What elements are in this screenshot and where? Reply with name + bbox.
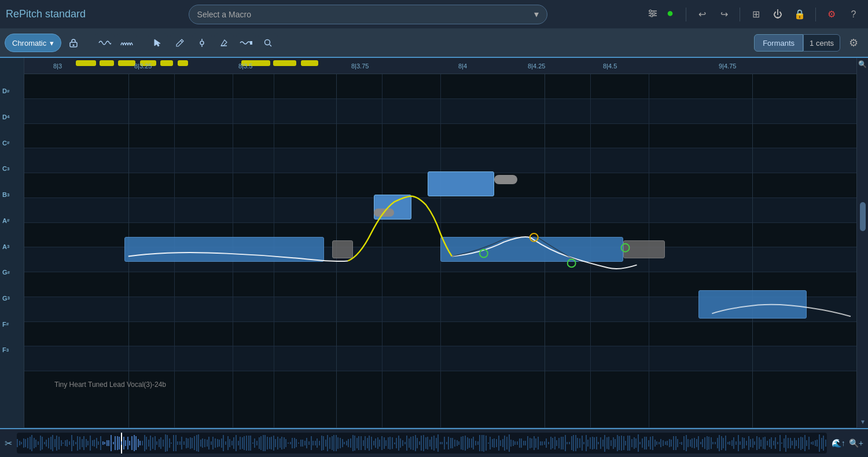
power-button[interactable]: ⏻ [769,6,786,23]
toolbar-right: Formants 1 cents ⚙ [754,33,863,53]
time-marker-83: 8|3 [53,63,62,70]
app-name-light: standard [45,8,86,20]
note-label-gsharp: G# [0,269,24,276]
separator-2 [740,8,740,21]
waveform-view[interactable] [17,433,827,454]
svg-point-4 [653,12,655,14]
note-label-c3: C3 [0,165,24,172]
lock-button[interactable]: 🔒 [791,6,808,23]
ruler-segment [76,60,96,66]
svg-line-16 [270,45,271,46]
settings-button[interactable]: ⚙ [823,6,840,23]
time-marker-835: 8|3.5 [238,63,252,70]
svg-point-9 [200,41,204,45]
separator-3 [815,8,816,21]
note-label-fsharp: F# [0,321,24,328]
status-green-button[interactable]: ● [661,5,679,22]
scrollbar-thumb[interactable] [860,202,866,231]
note-block-gray-2[interactable] [623,240,665,258]
bottom-right-controls: 🌊↑ 🔍+ [832,438,863,448]
time-marker-8425: 8|4.25 [528,63,545,70]
note-block-2[interactable] [440,237,623,262]
time-marker-9475: 9|4.75 [719,63,736,70]
separator-1 [686,8,686,21]
time-marker-8325: 8|3.25 [134,63,152,70]
toolbar: Chromatic ▾ Formants 1 cents ⚙ [0,29,868,58]
main-area: D# D4 C# C3 B3 A# A3 G# G3 F# F3 8|3 8|3… [0,58,868,428]
svg-point-5 [650,14,653,17]
top-bar: RePitch standard Select a Macro ▾ ● ↩ ↪ … [0,0,868,29]
waveform-tool-1[interactable] [95,33,115,53]
note-label-f3: F3 [0,346,24,353]
time-ruler: 8|3 8|3.25 8|3.5 8|3.75 8|4 8|4.25 8|4.5… [24,58,856,74]
toolbar-settings-button[interactable]: ⚙ [844,33,863,53]
select-tool[interactable] [148,33,168,53]
ruler-segment [301,60,318,66]
note-label-d4: D4 [0,114,24,120]
pencil-tool[interactable] [170,33,190,53]
scroll-zoom-icon[interactable]: 🔍 [856,58,868,71]
app-name-bold: RePitch [6,8,42,20]
pitch-grid [24,74,856,428]
ruler-segment [273,60,296,66]
cents-display: 1 cents [803,34,840,52]
ruler-segment [100,60,114,66]
search-tool[interactable] [258,33,278,53]
bottom-bar: ✂ 🌊↑ 🔍+ [0,428,868,457]
scroll-down-icon[interactable]: ▾ [859,415,867,428]
undo-button[interactable]: ↩ [693,6,711,23]
svg-point-15 [265,40,270,45]
svg-point-3 [649,10,652,12]
scale-chevron-icon: ▾ [50,39,54,47]
scrollbar-track[interactable] [860,73,866,413]
scissors-icon[interactable]: ✂ [5,438,12,449]
chevron-down-icon: ▾ [534,9,539,20]
zoom-icon[interactable]: 🔍+ [849,438,863,448]
note-block-3[interactable] [698,290,807,319]
scale-selector[interactable]: Chromatic ▾ [5,34,61,52]
right-scrollbar[interactable]: 🔍 ▾ [856,58,868,428]
note-knob-2 [374,209,394,217]
note-label-asharp: A# [0,217,24,224]
grid-button[interactable]: ⊞ [747,6,764,23]
macro-selector[interactable]: Select a Macro ▾ [189,5,547,24]
formants-button[interactable]: Formants [754,34,803,52]
note-label-b3: B3 [0,191,24,198]
wave-edit-tool[interactable] [236,33,256,53]
svg-point-7 [73,45,75,46]
note-label-dsharp: D# [0,87,24,94]
note-knob [494,175,517,184]
app-title: RePitch standard [6,8,86,20]
grid-area[interactable]: 8|3 8|3.25 8|3.5 8|3.75 8|4 8|4.25 8|4.5… [24,58,856,428]
ruler-segment [178,60,188,66]
note-label-a3: A3 [0,243,24,250]
svg-line-8 [181,41,182,42]
ruler-segment [160,60,173,66]
piano-labels: D# D4 C# C3 B3 A# A3 G# G3 F# F3 [0,58,24,428]
macro-select-label: Select a Macro [197,10,251,19]
redo-button[interactable]: ↪ [715,6,733,23]
waveform-tool-2[interactable] [117,33,137,53]
time-marker-845: 8|4.5 [603,63,617,70]
note-block-gray-1[interactable] [332,240,353,258]
note-label-g3: G3 [0,295,24,302]
filter-settings-button[interactable] [644,5,661,22]
time-marker-84: 8|4 [458,63,467,70]
pen-tool[interactable] [192,33,212,53]
note-block-1[interactable] [124,237,324,262]
eraser-tool[interactable] [214,33,234,53]
wave-icon[interactable]: 🌊↑ [832,438,845,448]
lock-notes-button[interactable] [64,33,83,53]
help-button[interactable]: ? [845,6,862,23]
time-marker-8375: 8|3.75 [351,63,369,70]
scale-label: Chromatic [12,39,46,47]
ruler-segment [118,60,135,66]
note-block-selected-2[interactable] [428,171,494,196]
file-label: Tiny Heart Tuned Lead Vocal(3)-24b [54,381,166,389]
note-label-csharp: C# [0,140,24,147]
